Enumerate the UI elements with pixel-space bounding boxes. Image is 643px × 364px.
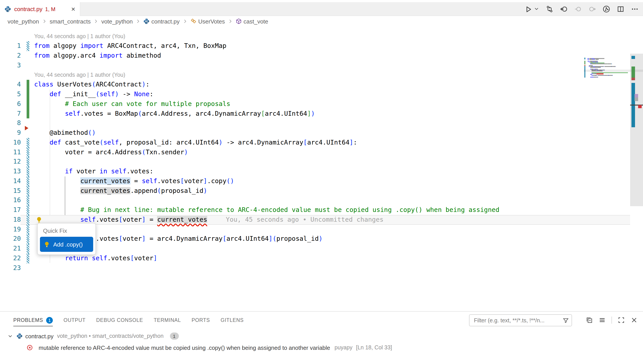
line-number[interactable]: 1 [0, 42, 21, 51]
line-number[interactable]: 18 [0, 215, 21, 225]
tab-ports[interactable]: PORTS [191, 312, 210, 328]
gutter-added-indicator[interactable] [27, 80, 29, 90]
code-line[interactable]: 10 def cast_vote(self, proposal_id: arc4… [0, 138, 630, 148]
divider [611, 316, 612, 324]
gutter-deleted-indicator[interactable] [25, 126, 29, 130]
breadcrumb-item-file[interactable]: contract.py [143, 18, 179, 24]
gutter-modified-indicator[interactable] [27, 224, 29, 234]
code-line[interactable]: 8 [0, 118, 630, 128]
gutter-modified-indicator[interactable] [27, 196, 29, 206]
close-panel-icon[interactable] [630, 316, 638, 324]
gutter-added-indicator[interactable] [27, 90, 29, 99]
line-number[interactable]: 21 [0, 244, 21, 254]
code-line[interactable]: 22 return self.votes[voter] [0, 254, 630, 263]
gutter-added-indicator[interactable] [27, 109, 29, 118]
line-number[interactable]: 13 [0, 167, 21, 176]
line-number[interactable]: 3 [0, 61, 21, 70]
minimap[interactable] [583, 26, 630, 311]
code-editor[interactable]: You, 44 seconds ago | 1 author (You)1fro… [0, 26, 643, 311]
gutter-modified-indicator[interactable] [27, 42, 29, 51]
code-line[interactable]: 6 # Each user can vote for multiple prop… [0, 99, 630, 109]
breadcrumb-item-method[interactable]: cast_vote [236, 18, 268, 24]
line-number[interactable]: 2 [0, 51, 21, 61]
line-number[interactable]: 23 [0, 263, 21, 273]
gutter-added-indicator[interactable] [27, 99, 29, 109]
code-line[interactable]: 11 voter = arc4.Address(Txn.sender) [0, 148, 630, 157]
code-line[interactable]: 2from algopy.arc4 import abimethod [0, 51, 630, 61]
gutter-modified-indicator[interactable] [27, 215, 29, 225]
chevron-down-icon[interactable] [8, 334, 13, 339]
view-as-list-icon[interactable] [599, 316, 606, 324]
problem-file-group-row[interactable]: contract.py vote_python • smart_contract… [0, 330, 643, 342]
breadcrumb-item-class[interactable]: UserVotes [190, 18, 225, 24]
breadcrumb-item[interactable]: vote_python [101, 18, 133, 24]
code-line[interactable]: 14 current_votes = self.votes[voter].cop… [0, 176, 630, 186]
filter-funnel-icon[interactable] [563, 317, 569, 324]
line-number[interactable]: 16 [0, 196, 21, 206]
tab-problems[interactable]: PROBLEMS 1 [13, 312, 53, 328]
more-actions-icon[interactable] [631, 5, 638, 13]
gutter-modified-indicator[interactable] [27, 138, 29, 148]
line-number[interactable]: 20 [0, 234, 21, 244]
tab-output[interactable]: OUTPUT [64, 312, 85, 328]
go-back-icon[interactable] [560, 5, 567, 13]
lightbulb-icon[interactable] [36, 216, 43, 224]
line-number[interactable]: 12 [0, 157, 21, 167]
gutter-modified-indicator[interactable] [27, 176, 29, 186]
overview-ruler[interactable] [630, 26, 643, 311]
problem-row[interactable]: mutable reference to ARC-4-encoded value… [0, 342, 643, 353]
tab-terminal[interactable]: TERMINAL [154, 312, 181, 328]
code-line[interactable]: 13 if voter in self.votes: [0, 167, 630, 176]
breadcrumb-item[interactable]: vote_python [8, 18, 39, 24]
code-line[interactable]: 15 current_votes.append(proposal_id) [0, 186, 630, 196]
code-line[interactable]: 9 @abimethod() [0, 128, 630, 138]
breadcrumb-item[interactable]: smart_contracts [50, 18, 91, 24]
line-number[interactable]: 22 [0, 254, 21, 263]
code-line[interactable]: 12 [0, 157, 630, 167]
run-dropdown-chevron-icon[interactable] [534, 5, 539, 13]
tab-debug-console[interactable]: DEBUG CONSOLE [96, 312, 143, 328]
blame-text: You, 44 seconds ago | 1 author (You) [34, 70, 125, 80]
line-number[interactable]: 11 [0, 148, 21, 157]
gutter-modified-indicator[interactable] [27, 254, 29, 263]
code-line[interactable]: 4class UserVotes(ARC4Contract): [0, 80, 630, 90]
line-number[interactable]: 6 [0, 99, 21, 109]
gutter-modified-indicator[interactable] [27, 244, 29, 254]
gutter-modified-indicator[interactable] [27, 205, 29, 215]
line-number[interactable]: 15 [0, 186, 21, 196]
line-number[interactable]: 8 [0, 118, 21, 128]
gutter-modified-indicator[interactable] [27, 157, 29, 167]
gutter-modified-indicator[interactable] [27, 234, 29, 244]
quick-fix-item-add-copy[interactable]: Add .copy() [40, 237, 93, 252]
tab-contract-py[interactable]: contract.py 1, M ✕ [0, 2, 80, 16]
vscode-window: contract.py 1, M ✕ vote_python smart_con… [0, 0, 643, 364]
code-line[interactable]: 1from algopy import ARC4Contract, arc4, … [0, 42, 630, 51]
gutter-modified-indicator[interactable] [27, 148, 29, 157]
line-number[interactable]: 5 [0, 90, 21, 99]
line-number[interactable]: 7 [0, 109, 21, 118]
run-python-file-icon[interactable] [524, 5, 532, 13]
line-number[interactable]: 10 [0, 138, 21, 148]
maximize-panel-icon[interactable] [618, 316, 625, 324]
tab-close-icon[interactable]: ✕ [71, 6, 76, 12]
tab-gitlens[interactable]: GITLENS [220, 312, 244, 328]
collapse-all-icon[interactable] [586, 316, 593, 324]
line-number[interactable]: 19 [0, 224, 21, 234]
line-number[interactable]: 17 [0, 205, 21, 215]
commit-graph-icon[interactable] [603, 5, 610, 13]
code-line[interactable]: 5 def __init__(self) -> None: [0, 90, 630, 99]
code-line[interactable]: 3 [0, 61, 630, 70]
line-number[interactable]: 4 [0, 80, 21, 90]
code-line[interactable]: 23 [0, 263, 630, 273]
code-line[interactable]: 16 [0, 196, 630, 206]
compare-changes-icon[interactable] [546, 5, 553, 13]
gutter-modified-indicator[interactable] [27, 167, 29, 176]
code-line[interactable]: 17 # Bug in next line: mutable reference… [0, 205, 630, 215]
gutter-modified-indicator[interactable] [27, 186, 29, 196]
code-line[interactable]: 7 self.votes = BoxMap(arc4.Address, arc4… [0, 109, 630, 118]
class-icon [190, 18, 197, 24]
line-number[interactable]: 9 [0, 128, 21, 138]
split-editor-icon[interactable] [617, 5, 624, 13]
line-number[interactable]: 14 [0, 176, 21, 186]
problems-filter-input[interactable] [473, 317, 563, 324]
